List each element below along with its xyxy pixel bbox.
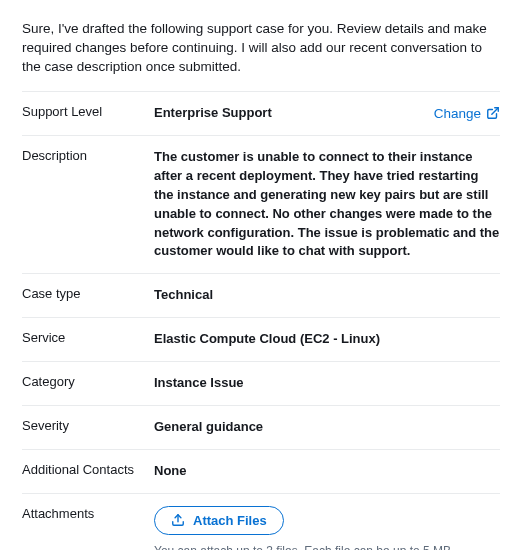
- row-severity: Severity General guidance: [22, 405, 500, 449]
- row-category: Category Instance Issue: [22, 361, 500, 405]
- row-additional-contacts: Additional Contacts None: [22, 449, 500, 493]
- svg-line-0: [492, 108, 498, 114]
- value-additional-contacts: None: [154, 462, 500, 481]
- value-description: The customer is unable to connect to the…: [154, 148, 500, 261]
- attachments-hint: You can attach up to 3 files. Each file …: [154, 543, 500, 550]
- value-case-type: Technical: [154, 286, 500, 305]
- label-support-level: Support Level: [22, 104, 154, 124]
- value-severity: General guidance: [154, 418, 500, 437]
- attach-files-button[interactable]: Attach Files: [154, 506, 284, 535]
- change-link-text: Change: [434, 104, 481, 124]
- row-attachments: Attachments Attach Files You can attach …: [22, 493, 500, 550]
- row-description: Description The customer is unable to co…: [22, 135, 500, 273]
- intro-text: Sure, I've drafted the following support…: [22, 20, 500, 77]
- row-case-type: Case type Technical: [22, 273, 500, 317]
- label-additional-contacts: Additional Contacts: [22, 462, 154, 481]
- value-service: Elastic Compute Cloud (EC2 - Linux): [154, 330, 500, 349]
- upload-icon: [171, 513, 185, 527]
- label-service: Service: [22, 330, 154, 349]
- label-severity: Severity: [22, 418, 154, 437]
- value-category: Instance Issue: [154, 374, 500, 393]
- external-link-icon: [486, 106, 500, 120]
- attach-files-button-label: Attach Files: [193, 513, 267, 528]
- label-category: Category: [22, 374, 154, 393]
- label-attachments: Attachments: [22, 506, 154, 550]
- label-case-type: Case type: [22, 286, 154, 305]
- label-description: Description: [22, 148, 154, 261]
- row-support-level: Support Level Enterprise Support Change: [22, 91, 500, 136]
- value-support-level: Enterprise Support: [154, 104, 434, 123]
- change-link[interactable]: Change: [434, 104, 500, 124]
- row-service: Service Elastic Compute Cloud (EC2 - Lin…: [22, 317, 500, 361]
